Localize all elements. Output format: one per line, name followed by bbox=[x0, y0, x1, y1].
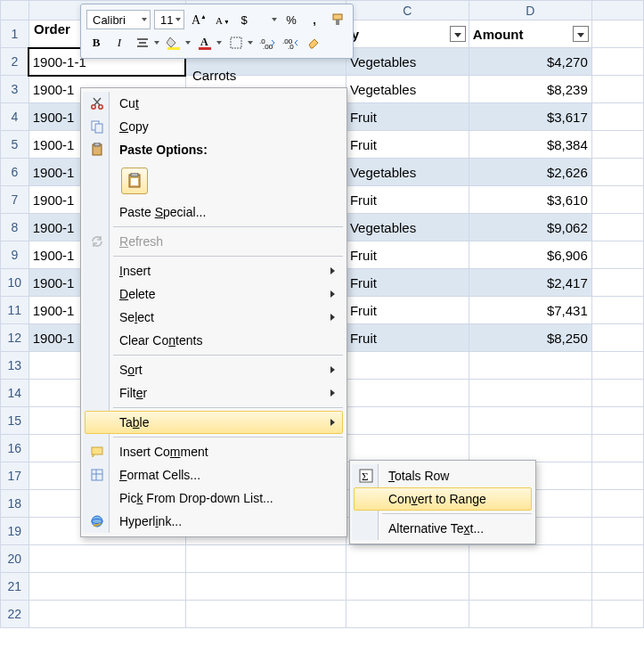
cell[interactable] bbox=[591, 103, 643, 131]
row-header[interactable]: 5 bbox=[1, 131, 29, 159]
row-header[interactable]: 3 bbox=[1, 76, 29, 103]
format-painter-button[interactable] bbox=[328, 10, 347, 29]
cell[interactable]: $3,617 bbox=[469, 103, 591, 131]
row-header[interactable]: 16 bbox=[1, 435, 29, 462]
cell[interactable] bbox=[591, 573, 643, 601]
clear-format-button[interactable] bbox=[304, 33, 323, 53]
cell[interactable]: Fruit bbox=[346, 241, 469, 269]
menu-filter[interactable]: Filter bbox=[85, 381, 343, 405]
cell[interactable]: $7,431 bbox=[469, 297, 591, 324]
menu-clear-contents[interactable]: Clear Contents bbox=[85, 329, 343, 352]
font-size-select[interactable]: 11 bbox=[154, 10, 184, 29]
cell[interactable] bbox=[591, 186, 643, 214]
cell[interactable] bbox=[591, 435, 643, 462]
cell[interactable] bbox=[591, 518, 643, 545]
cell[interactable] bbox=[346, 435, 469, 462]
cell[interactable]: Fruit bbox=[346, 103, 469, 131]
menu-hyperlink[interactable]: Hyperlink... bbox=[85, 510, 343, 533]
menu-cut[interactable]: Cut bbox=[85, 92, 343, 115]
cell[interactable]: $8,384 bbox=[469, 131, 591, 159]
fill-color-button[interactable] bbox=[164, 33, 183, 53]
cell[interactable] bbox=[346, 545, 469, 573]
cell[interactable]: Fruit bbox=[346, 324, 469, 352]
cell[interactable] bbox=[346, 573, 469, 601]
row-header[interactable]: 10 bbox=[1, 269, 29, 297]
row-header[interactable]: 9 bbox=[1, 241, 29, 269]
row-header[interactable]: 11 bbox=[1, 297, 29, 324]
cell[interactable] bbox=[469, 435, 591, 462]
row-header[interactable]: 14 bbox=[1, 380, 29, 407]
menu-insert[interactable]: Insert bbox=[85, 259, 343, 282]
row-header[interactable]: 6 bbox=[1, 159, 29, 186]
col-header-e[interactable] bbox=[591, 1, 643, 20]
cell[interactable] bbox=[469, 573, 591, 601]
cell[interactable] bbox=[591, 297, 643, 324]
row-header[interactable]: 12 bbox=[1, 324, 29, 352]
cell[interactable] bbox=[591, 490, 643, 518]
table-header-category[interactable]: ry bbox=[346, 20, 469, 48]
cell[interactable]: Vegetables bbox=[346, 214, 469, 241]
cell[interactable]: Vegetables bbox=[346, 159, 469, 186]
bold-button[interactable]: B bbox=[86, 33, 106, 53]
menu-table[interactable]: Table bbox=[85, 411, 343, 434]
cell[interactable]: Fruit bbox=[346, 186, 469, 214]
table-header-amount[interactable]: Amount bbox=[469, 20, 591, 48]
submenu-convert-to-range[interactable]: Convert to Range bbox=[354, 487, 532, 511]
row-header[interactable]: 7 bbox=[1, 186, 29, 214]
cell[interactable]: $2,626 bbox=[469, 159, 591, 186]
cell[interactable]: Fruit bbox=[346, 297, 469, 324]
cell[interactable] bbox=[591, 407, 643, 435]
row-header[interactable]: 2 bbox=[1, 48, 29, 76]
menu-paste-option-values[interactable] bbox=[85, 161, 343, 200]
cell[interactable] bbox=[591, 76, 643, 103]
row-header[interactable]: 1 bbox=[1, 20, 29, 48]
cell[interactable]: $4,270 bbox=[469, 48, 591, 76]
align-dropdown[interactable] bbox=[152, 33, 160, 53]
submenu-totals-row[interactable]: Σ Totals Row bbox=[354, 464, 532, 487]
col-header-c[interactable]: C bbox=[346, 1, 469, 20]
borders-button[interactable] bbox=[226, 33, 246, 53]
menu-copy[interactable]: Copy bbox=[85, 115, 343, 138]
cell[interactable]: Vegetables bbox=[346, 48, 469, 76]
row-header[interactable]: 19 bbox=[1, 518, 29, 545]
cell[interactable] bbox=[591, 545, 643, 573]
cell[interactable] bbox=[346, 380, 469, 407]
borders-dropdown[interactable] bbox=[246, 33, 254, 53]
submenu-alternative-text[interactable]: Alternative Text... bbox=[354, 517, 532, 540]
align-center-button[interactable] bbox=[133, 33, 152, 53]
cell[interactable] bbox=[591, 214, 643, 241]
cell[interactable] bbox=[591, 269, 643, 297]
font-name-select[interactable]: Calibri bbox=[86, 10, 151, 29]
cell[interactable] bbox=[591, 352, 643, 380]
row-header[interactable]: 4 bbox=[1, 103, 29, 131]
row-header[interactable]: 22 bbox=[1, 601, 29, 628]
cell[interactable] bbox=[591, 601, 643, 628]
cell[interactable] bbox=[346, 407, 469, 435]
col-header-d[interactable]: D bbox=[469, 1, 591, 20]
cell[interactable] bbox=[346, 601, 469, 628]
row-header[interactable]: 18 bbox=[1, 490, 29, 518]
cell[interactable]: $9,062 bbox=[469, 214, 591, 241]
cell[interactable] bbox=[591, 48, 643, 76]
cell[interactable] bbox=[591, 131, 643, 159]
cell[interactable] bbox=[346, 352, 469, 380]
row-header[interactable]: 13 bbox=[1, 352, 29, 380]
cell[interactable]: $8,239 bbox=[469, 76, 591, 103]
cell[interactable] bbox=[591, 159, 643, 186]
cell[interactable] bbox=[29, 601, 185, 628]
cell[interactable]: $2,417 bbox=[469, 269, 591, 297]
decrease-decimal-button[interactable]: .00.0 bbox=[281, 33, 300, 53]
comma-format-button[interactable]: , bbox=[305, 10, 324, 29]
font-color-dropdown[interactable] bbox=[215, 33, 223, 53]
row-header[interactable]: 8 bbox=[1, 214, 29, 241]
menu-select[interactable]: Select bbox=[85, 306, 343, 329]
increase-decimal-button[interactable]: .0.00 bbox=[257, 33, 277, 53]
accounting-format-button[interactable]: $ bbox=[234, 10, 254, 29]
cell[interactable]: $6,906 bbox=[469, 241, 591, 269]
cell[interactable] bbox=[591, 241, 643, 269]
cell[interactable] bbox=[185, 601, 346, 628]
cell[interactable]: $8,250 bbox=[469, 324, 591, 352]
row-header[interactable]: 21 bbox=[1, 573, 29, 601]
font-color-button[interactable]: A bbox=[195, 33, 215, 53]
cell[interactable]: Fruit bbox=[346, 269, 469, 297]
